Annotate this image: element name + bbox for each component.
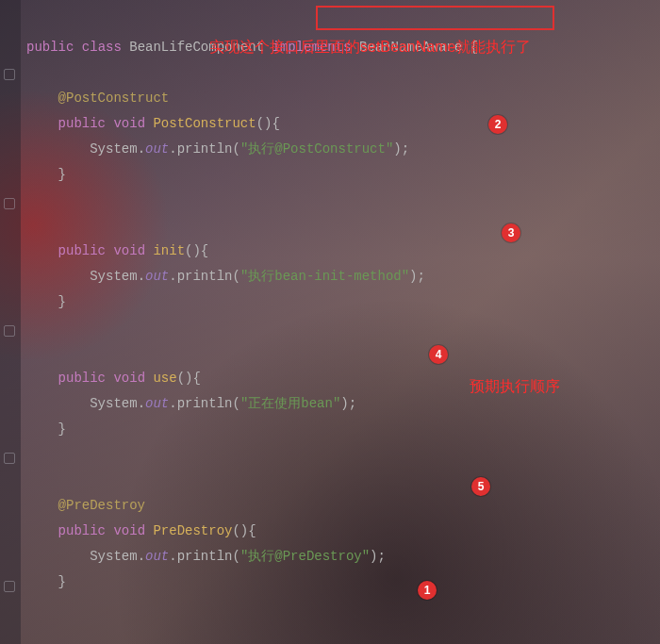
string-literal: "执行@PostConstruct" <box>240 141 393 157</box>
badge-5: 5 <box>471 477 490 496</box>
annotation-text-1: 实现这个接口后里面的setBeanName就能执行了 <box>209 38 531 58</box>
method-name: init <box>153 243 185 258</box>
brace: } <box>58 421 66 437</box>
keyword-void: void <box>113 116 145 131</box>
punct: ); <box>393 141 409 157</box>
gutter-fold-icon[interactable] <box>4 453 15 464</box>
identifier: .println( <box>169 269 240 284</box>
method-name: PostConstruct <box>153 116 256 131</box>
keyword-public: public <box>58 523 106 538</box>
field-out: out <box>145 396 169 411</box>
annotation-text-2: 预期执行顺序 <box>470 377 560 397</box>
identifier: System. <box>90 269 145 284</box>
badge-4: 4 <box>429 345 448 364</box>
punct: ); <box>340 396 356 411</box>
highlight-implements <box>316 6 554 30</box>
identifier: .println( <box>169 549 240 564</box>
annotation-postconstruct: @PostConstruct <box>58 91 170 106</box>
identifier: .println( <box>169 396 240 411</box>
punct: (){ <box>177 371 201 386</box>
badge-1: 1 <box>418 581 437 600</box>
keyword-void: void <box>113 243 145 258</box>
keyword-public: public <box>26 40 74 55</box>
gutter-fold-icon[interactable] <box>4 198 15 209</box>
keyword-public: public <box>58 243 106 258</box>
brace: } <box>58 167 66 182</box>
editor-gutter <box>0 0 21 644</box>
punct: (){ <box>232 523 256 538</box>
brace: } <box>58 574 66 589</box>
string-literal: "执行bean-init-method" <box>240 269 409 284</box>
gutter-fold-icon[interactable] <box>4 325 15 337</box>
badge-2: 2 <box>488 115 507 134</box>
identifier: System. <box>90 141 145 157</box>
badge-3: 3 <box>502 223 520 242</box>
field-out: out <box>145 141 169 157</box>
string-literal: "正在使用bean" <box>240 396 340 411</box>
method-name: use <box>153 371 176 386</box>
annotation-predestroy: @PreDestroy <box>58 498 145 513</box>
identifier: System. <box>90 549 145 564</box>
punct: (){ <box>256 116 280 131</box>
punct: ); <box>370 549 386 564</box>
punct: ); <box>409 269 425 284</box>
keyword-void: void <box>113 523 145 538</box>
punct: (){ <box>185 243 208 258</box>
identifier: .println( <box>169 141 240 157</box>
identifier: System. <box>90 396 145 411</box>
keyword-void: void <box>113 371 145 386</box>
gutter-fold-icon[interactable] <box>4 69 15 80</box>
code-editor[interactable]: public class BeanLifeComponent implement… <box>26 9 651 644</box>
brace: } <box>58 294 66 309</box>
method-name: PreDestroy <box>153 523 232 538</box>
gutter-fold-icon[interactable] <box>4 581 15 592</box>
keyword-public: public <box>58 116 106 131</box>
field-out: out <box>145 549 169 564</box>
field-out: out <box>145 269 169 284</box>
keyword-class: class <box>82 40 122 55</box>
keyword-public: public <box>58 371 106 386</box>
string-literal: "执行@PreDestroy" <box>240 549 370 564</box>
